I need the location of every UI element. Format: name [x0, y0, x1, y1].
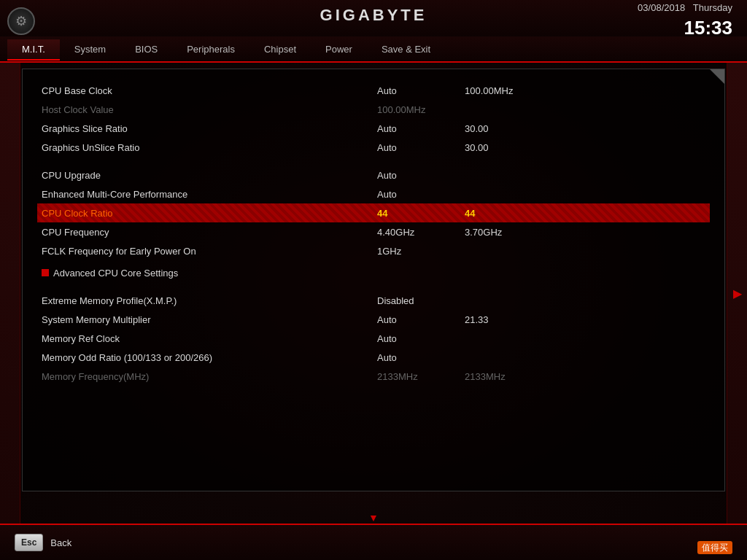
setting-value2: 21.33: [465, 314, 705, 325]
row-cpu-upgrade[interactable]: CPU Upgrade Auto: [37, 166, 710, 184]
setting-value1: 4.40GHz: [377, 227, 465, 238]
setting-name: Graphics Slice Ratio: [42, 123, 377, 134]
tab-bios[interactable]: BIOS: [120, 39, 172, 61]
right-arrow-icon: ▶: [733, 287, 742, 300]
setting-name: FCLK Frequency for Early Power On: [42, 246, 377, 257]
setting-value2: 44: [465, 208, 705, 219]
watermark-badge: 值得买: [697, 541, 732, 554]
tab-chipset[interactable]: Chipset: [249, 39, 311, 61]
main-content: CPU Base Clock Auto 100.00MHz Host Clock…: [22, 69, 725, 491]
setting-name: Memory Odd Ratio (100/133 or 200/266): [42, 352, 377, 363]
setting-value1: Disabled: [377, 295, 465, 306]
row-enhanced-multicore[interactable]: Enhanced Multi-Core Performance Auto: [37, 184, 710, 203]
setting-name: Memory Ref Clock: [42, 333, 377, 344]
setting-value1: 1GHz: [377, 246, 465, 257]
row-memory-ref-clock[interactable]: Memory Ref Clock Auto: [37, 329, 710, 348]
watermark: 值得买: [697, 542, 732, 554]
tab-peripherals[interactable]: Peripherals: [172, 39, 249, 61]
setting-name: CPU Upgrade: [42, 170, 377, 181]
row-cpu-frequency: CPU Frequency 4.40GHz 3.70GHz: [37, 222, 710, 241]
setting-name: Memory Frequency(MHz): [42, 371, 377, 382]
row-cpu-base-clock[interactable]: CPU Base Clock Auto 100.00MHz: [37, 81, 710, 100]
corner-decoration: [710, 69, 724, 84]
row-memory-frequency: Memory Frequency(MHz) 2133MHz 2133MHz: [37, 367, 710, 386]
setting-value1: Auto: [377, 142, 465, 153]
row-system-memory-multiplier[interactable]: System Memory Multiplier Auto 21.33: [37, 310, 710, 329]
row-host-clock-value: Host Clock Value 100.00MHz: [37, 100, 710, 119]
row-fclk-frequency[interactable]: FCLK Frequency for Early Power On 1GHz: [37, 241, 710, 260]
setting-name: System Memory Multiplier: [42, 314, 377, 325]
datetime: 03/08/2018 Thursday 15:33: [638, 1, 732, 42]
row-graphics-unslice-ratio[interactable]: Graphics UnSlice Ratio Auto 30.00: [37, 138, 710, 157]
row-advanced-cpu-core[interactable]: Advanced CPU Core Settings: [37, 263, 710, 282]
side-deco-right: ▶: [727, 63, 747, 524]
tab-mit[interactable]: M.I.T.: [7, 39, 60, 61]
setting-name: Enhanced Multi-Core Performance: [42, 189, 377, 200]
header-left: ⚙: [7, 7, 35, 35]
nav-bar: M.I.T. System BIOS Peripherals Chipset P…: [0, 36, 747, 63]
setting-value1: 100.00MHz: [377, 104, 465, 115]
spacer1: [37, 157, 710, 166]
tab-power[interactable]: Power: [311, 39, 367, 61]
setting-name: Extreme Memory Profile(X.M.P.): [42, 295, 377, 306]
row-memory-odd-ratio[interactable]: Memory Odd Ratio (100/133 or 200/266) Au…: [37, 348, 710, 367]
side-deco-left: [0, 63, 20, 524]
setting-value1: Auto: [377, 314, 465, 325]
setting-value2: 2133MHz: [465, 371, 705, 382]
setting-name: Advanced CPU Core Settings: [42, 268, 377, 279]
row-xmp[interactable]: Extreme Memory Profile(X.M.P.) Disabled: [37, 291, 710, 310]
tab-system[interactable]: System: [60, 39, 120, 61]
setting-value1: Auto: [377, 85, 465, 96]
spacer2: [37, 282, 710, 291]
setting-value1: Auto: [377, 170, 465, 181]
setting-value2: 100.00MHz: [465, 85, 705, 96]
row-cpu-clock-ratio[interactable]: CPU Clock Ratio 44 44: [37, 203, 710, 222]
setting-name: CPU Clock Ratio: [42, 208, 377, 219]
red-square-icon: [42, 269, 49, 276]
setting-value1: 44: [377, 208, 465, 219]
back-label: Back: [50, 537, 71, 548]
setting-value1: Auto: [377, 333, 465, 344]
setting-value1: 2133MHz: [377, 371, 465, 382]
brand-title: GIGABYTE: [320, 6, 427, 25]
setting-name: Host Clock Value: [42, 104, 377, 115]
header: ⚙ GIGABYTE 03/08/2018 Thursday 15:33: [0, 0, 747, 36]
setting-name: Graphics UnSlice Ratio: [42, 142, 377, 153]
setting-name: CPU Frequency: [42, 227, 377, 238]
gear-icon: ⚙: [7, 7, 35, 35]
row-graphics-slice-ratio[interactable]: Graphics Slice Ratio Auto 30.00: [37, 119, 710, 138]
setting-value2: 3.70GHz: [465, 227, 705, 238]
setting-value1: Auto: [377, 352, 465, 363]
setting-value2: 30.00: [465, 123, 705, 134]
date-display: 03/08/2018 Thursday: [638, 2, 732, 13]
bottom-triangle-icon: ▼: [368, 512, 379, 524]
setting-value1: Auto: [377, 123, 465, 134]
esc-key[interactable]: Esc: [15, 534, 43, 551]
tab-save-exit[interactable]: Save & Exit: [367, 39, 445, 61]
setting-value1: Auto: [377, 189, 465, 200]
setting-name: CPU Base Clock: [42, 85, 377, 96]
settings-table: CPU Base Clock Auto 100.00MHz Host Clock…: [37, 81, 710, 386]
setting-value2: 30.00: [465, 142, 705, 153]
bottom-bar: Esc Back 值得买: [0, 524, 747, 560]
